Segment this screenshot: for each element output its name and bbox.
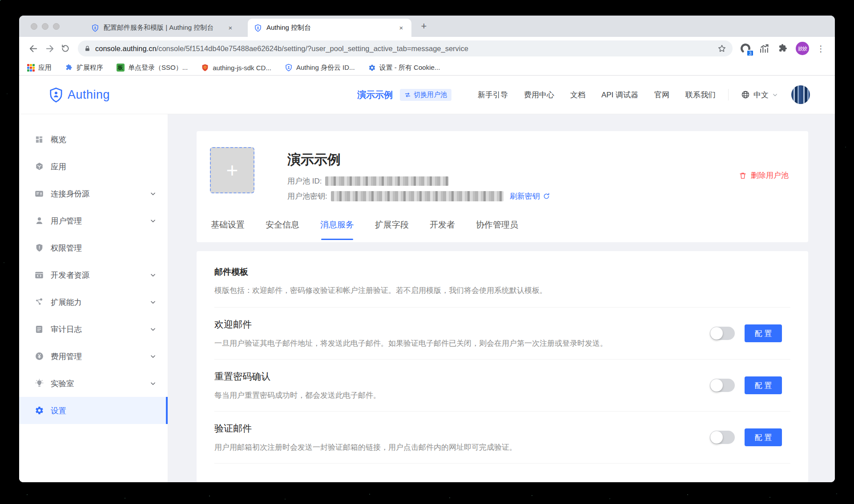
bookmark-apps[interactable]: 应用	[27, 64, 52, 72]
chrome-profile-avatar[interactable]: 姣姣	[796, 42, 809, 55]
chevron-down-icon	[150, 326, 156, 332]
configure-button[interactable]: 配 置	[745, 428, 782, 446]
configure-button[interactable]: 配 置	[745, 376, 782, 394]
tab-collaborators[interactable]: 协作管理员	[476, 219, 518, 242]
sidebar-item-audit-logs[interactable]: 审计日志	[19, 316, 168, 343]
desktop-noise	[0, 0, 1, 1]
hexagon-app-icon	[34, 162, 44, 172]
bookmark-extensions[interactable]: 扩展程序	[65, 64, 103, 72]
nav-official-site[interactable]: 官网	[654, 90, 669, 100]
sidebar-item-labs[interactable]: 实验室	[19, 370, 168, 397]
enable-toggle[interactable]	[710, 431, 735, 444]
top-nav: 新手引导 费用中心 文档 API 调试器 官网 联系我们	[478, 90, 716, 100]
chevron-down-icon	[150, 380, 156, 387]
sidebar-item-user-management[interactable]: 用户管理	[19, 207, 168, 234]
bookmark-label: 扩展程序	[77, 64, 103, 72]
logo-text: Authing	[68, 88, 110, 102]
email-templates-card: 邮件模板 模版包括：欢迎邮件，密码修改验证和帐户注册验证。若不启用模版，我们将会…	[197, 251, 808, 482]
tab-developer[interactable]: 开发者	[430, 219, 455, 242]
enable-toggle[interactable]	[710, 379, 735, 392]
puzzle-blue-icon	[65, 64, 73, 72]
nav-billing-center[interactable]: 费用中心	[524, 90, 554, 100]
browser-window: 配置邮件服务和模版 | Authing 控制台 × Authing 控制台 × …	[19, 16, 835, 482]
close-window-button[interactable]	[31, 23, 37, 30]
browser-menu-icon[interactable]: ⋮	[817, 44, 825, 53]
authing-logo[interactable]: Authing	[48, 86, 110, 103]
enable-toggle[interactable]	[710, 327, 735, 340]
url-host: console.authing.cn	[95, 44, 157, 52]
maximize-window-button[interactable]	[53, 23, 60, 30]
sidebar-item-label: 用户管理	[51, 216, 143, 226]
configure-button[interactable]: 配 置	[745, 324, 782, 342]
browser-tab-inactive[interactable]: 配置邮件服务和模版 | Authing 控制台 ×	[85, 19, 241, 37]
code-window-icon	[34, 270, 44, 280]
sidebar-item-label: 概览	[51, 134, 156, 145]
tab-extended-fields[interactable]: 扩展字段	[375, 219, 409, 242]
section-description: 模版包括：欢迎邮件，密码修改验证和帐户注册验证。若不启用模版，我们将会使用系统默…	[214, 285, 790, 296]
refresh-secret-link[interactable]: 刷新密钥	[510, 191, 550, 201]
sidebar-item-overview[interactable]: 概览	[19, 126, 168, 153]
template-row-text: 重置密码确认 每当用户重置密码成功时，都会发送此电子邮件。	[214, 370, 381, 400]
content-area: + 演示示例 用户池 ID: 用户池密钥: 刷新密钥	[168, 114, 835, 482]
extensions-puzzle-icon[interactable]	[777, 43, 788, 54]
green-site-favicon: 板	[117, 64, 125, 72]
blue-gear-icon	[368, 64, 376, 72]
delete-pool-button[interactable]: 删除用户池	[739, 170, 789, 180]
sidebar-item-billing[interactable]: 费用管理	[19, 343, 168, 370]
switch-pool-button[interactable]: 切换用户池	[400, 89, 451, 101]
share-nodes-icon	[34, 297, 44, 307]
pool-info: 演示示例 用户池 ID: 用户池密钥: 刷新密钥	[287, 151, 790, 201]
bookmark-authing-id[interactable]: Authing 身份云 ID...	[285, 64, 355, 72]
apps-grid-icon	[27, 64, 35, 72]
pool-logo-upload[interactable]: +	[210, 147, 254, 193]
nav-docs[interactable]: 文档	[570, 90, 585, 100]
sidebar-item-identity-sources[interactable]: 连接身份源	[19, 180, 168, 207]
nav-guide[interactable]: 新手引导	[478, 90, 508, 100]
reload-icon[interactable]	[57, 40, 73, 56]
template-row-controls: 配 置	[710, 324, 790, 342]
chevron-down-icon	[150, 353, 156, 360]
close-tab-icon[interactable]: ×	[226, 24, 234, 32]
browser-tab-active[interactable]: Authing 控制台 ×	[248, 19, 411, 37]
back-icon[interactable]	[25, 40, 41, 56]
bookmark-authing-sdk[interactable]: authing-js-sdk CD...	[201, 64, 271, 72]
sidebar-item-applications[interactable]: 应用	[19, 153, 168, 180]
address-bar[interactable]: console.authing.cn/console/5f1514db40e75…	[78, 40, 733, 56]
sidebar-item-label: 扩展能力	[51, 297, 143, 308]
url-path: /console/5f1514db40e75488ae62624b/settin…	[157, 44, 468, 52]
tab-message-service[interactable]: 消息服务	[320, 219, 354, 242]
extension-ring-icon[interactable]: 3	[740, 43, 751, 54]
analytics-extension-icon[interactable]	[759, 43, 770, 54]
user-avatar[interactable]	[791, 85, 810, 104]
chevron-down-icon	[772, 92, 778, 98]
authing-logo-icon	[48, 86, 64, 103]
sidebar-item-developer-resources[interactable]: 开发者资源	[19, 261, 168, 288]
section-title: 邮件模板	[214, 266, 790, 278]
sidebar-item-settings[interactable]: 设置	[19, 397, 168, 424]
bookmark-sso[interactable]: 板 单点登录（SSO）...	[117, 64, 188, 72]
language-selector[interactable]: 中文	[741, 90, 778, 100]
sidebar-item-label: 费用管理	[51, 351, 143, 362]
sidebar-item-permissions[interactable]: 权限管理	[19, 234, 168, 261]
nav-contact-us[interactable]: 联系我们	[685, 90, 716, 100]
bookmark-cookie-settings[interactable]: 设置 - 所有 Cookie...	[368, 64, 440, 72]
template-description: 用户用邮箱初次注册时会发送一封验证邮箱的链接，用户点击邮件内的网址即可完成验证。	[214, 442, 517, 452]
user-pool-card: + 演示示例 用户池 ID: 用户池密钥: 刷新密钥	[197, 131, 808, 242]
bookmark-star-icon[interactable]	[717, 44, 726, 53]
tab-basic-settings[interactable]: 基础设置	[211, 219, 245, 242]
close-tab-icon[interactable]: ×	[397, 24, 405, 32]
pool-secret-line: 用户池密钥: 刷新密钥	[287, 191, 790, 201]
forward-icon[interactable]	[41, 40, 57, 56]
sidebar-item-label: 审计日志	[51, 324, 143, 335]
toolbar-right-cluster: 3 姣姣 ⋮	[740, 42, 825, 55]
new-tab-button[interactable]: +	[418, 20, 430, 32]
id-card-icon	[34, 189, 44, 199]
minimize-window-button[interactable]	[42, 23, 48, 30]
tab-security-info[interactable]: 安全信息	[266, 219, 299, 242]
template-description: 每当用户重置密码成功时，都会发送此电子邮件。	[214, 390, 381, 400]
sidebar-item-extensions[interactable]: 扩展能力	[19, 288, 168, 316]
sidebar-item-label: 应用	[51, 161, 156, 172]
template-row-reset-password: 重置密码确认 每当用户重置密码成功时，都会发送此电子邮件。 配 置	[214, 360, 790, 412]
template-title: 验证邮件	[214, 422, 517, 435]
nav-api-debugger[interactable]: API 调试器	[601, 90, 638, 100]
